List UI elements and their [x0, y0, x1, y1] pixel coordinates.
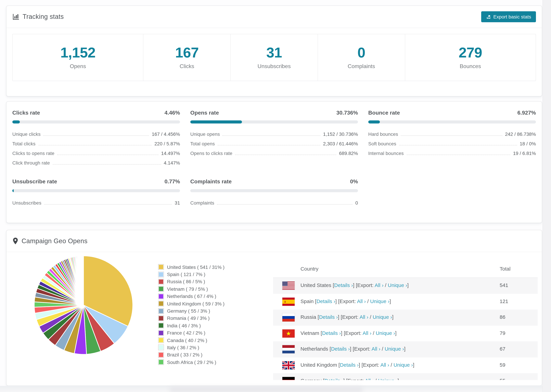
geo-legend: United States ( 541 / 31% ) Spain ( 121 …	[158, 263, 225, 366]
metric-value: 2,303 / 61.446%	[323, 141, 358, 147]
dotted-leader	[38, 142, 152, 145]
stat-strip: 1,152 Opens 167 Clicks 31 Unsubscribes 0…	[12, 34, 536, 81]
legend-color-swatch	[158, 264, 164, 270]
metric-label: Hard bounces	[368, 131, 398, 137]
metric-label: Total clicks	[12, 141, 35, 147]
legend-label: Vietnam ( 79 / 5% )	[167, 286, 208, 292]
details-link[interactable]: Details ›	[334, 282, 353, 288]
legend-item-spain: Spain ( 121 / 7% )	[158, 271, 225, 278]
legend-item-germany: Germany ( 55 / 3% )	[158, 307, 225, 315]
dotted-leader	[57, 152, 158, 155]
legend-label: Italy ( 36 / 2% )	[167, 345, 199, 350]
rate-metric-row: Opens to clicks rate 689.82%	[190, 148, 358, 158]
rate-value: 6.927%	[517, 110, 536, 116]
details-link[interactable]: Details ›	[325, 378, 343, 380]
export-unique-link[interactable]: Unique ›	[388, 282, 407, 288]
metric-value: 1,152 / 30.736%	[323, 131, 358, 137]
geo-table-body: United States [Details ›] [Export: All ›…	[273, 278, 538, 380]
metric-label: Internal bounces	[368, 151, 404, 156]
dotted-leader	[43, 132, 149, 136]
export-all-link[interactable]: All ›	[363, 330, 372, 336]
metric-label: Unique opens	[190, 131, 220, 137]
legend-item-romania: Romania ( 49 / 3% )	[158, 315, 225, 322]
rate-panel-opens-rate: Opens rate 30.736% Unique opens 1,152 / …	[190, 110, 358, 168]
stat-box-unsubscribes: 31 Unsubscribes	[231, 34, 318, 81]
rates-card: Clicks rate 4.46% Unique clicks 167 / 4.…	[6, 101, 542, 223]
country-column-header: Country	[300, 266, 318, 272]
export-all-link[interactable]: All ›	[360, 314, 368, 320]
legend-item-russia: Russia ( 86 / 5% )	[158, 278, 225, 286]
flag-vn-icon	[282, 329, 295, 337]
export-unique-link[interactable]: Unique ›	[370, 298, 389, 304]
page-title: Tracking stats	[23, 13, 64, 21]
stat-value: 0	[357, 45, 365, 60]
pie-slice-other-63[interactable]	[83, 256, 84, 305]
legend-item-brazil: Brazil ( 33 / 2% )	[158, 351, 225, 358]
geo-pie-chart[interactable]	[34, 255, 134, 355]
legend-color-swatch	[158, 352, 164, 358]
rate-metric-row: Complaints 0	[190, 198, 358, 208]
total-cell: 67	[500, 346, 505, 352]
legend-item-canada: Canada ( 40 / 2% )	[158, 336, 225, 344]
metric-label: Click through rate	[12, 160, 50, 166]
country-cell: Germany [Details ›] [Export: All › / Uni…	[300, 378, 399, 380]
scrollbar-track[interactable]	[543, 0, 551, 392]
country-cell: Spain [Details ›] [Export: All › / Uniqu…	[300, 298, 391, 304]
rate-title: Clicks rate	[12, 110, 40, 116]
details-link[interactable]: Details ›	[319, 314, 338, 320]
geo-title: Campaign Geo Opens	[21, 237, 87, 245]
export-unique-link[interactable]: Unique ›	[376, 330, 395, 336]
rates-grid: Clicks rate 4.46% Unique clicks 167 / 4.…	[7, 102, 542, 208]
rate-metric-row: Total opens 2,303 / 61.446%	[190, 139, 358, 148]
legend-color-swatch	[158, 323, 164, 329]
export-all-link[interactable]: All ›	[375, 282, 384, 288]
export-unique-link[interactable]: Unique ›	[378, 378, 397, 380]
export-basic-stats-button[interactable]: Export basic stats	[481, 11, 536, 22]
export-all-link[interactable]: All ›	[372, 346, 380, 352]
legend-item-united-states: United States ( 541 / 31% )	[158, 263, 225, 271]
export-unique-link[interactable]: Unique ›	[394, 362, 413, 368]
rate-metric-row: Internal bounces 19 / 6.81%	[368, 148, 536, 158]
legend-label: Romania ( 49 / 3% )	[167, 315, 210, 321]
flag-es-icon	[282, 297, 295, 306]
stat-label: Bounces	[460, 63, 481, 70]
rate-value: 0.77%	[164, 179, 180, 185]
legend-color-swatch	[158, 315, 164, 321]
total-cell: 59	[500, 362, 505, 368]
legend-label: France ( 42 / 2% )	[167, 330, 205, 336]
progress-bar	[12, 120, 180, 124]
export-all-link[interactable]: All ›	[365, 378, 374, 380]
metric-value: 689.82%	[339, 151, 358, 156]
legend-label: Germany ( 55 / 3% )	[167, 308, 210, 314]
flag-gb-icon	[282, 361, 295, 369]
export-unique-link[interactable]: Unique ›	[373, 314, 392, 320]
country-cell: Netherlands [Details ›] [Export: All › /…	[300, 346, 406, 352]
legend-label: United States ( 541 / 31% )	[167, 264, 225, 270]
metric-label: Opens to clicks rate	[190, 151, 232, 156]
legend-label: Russia ( 86 / 5% )	[167, 279, 205, 284]
total-column-header: Total	[500, 266, 510, 272]
legend-color-swatch	[158, 345, 164, 350]
legend-color-swatch	[158, 279, 164, 285]
legend-color-swatch	[158, 359, 164, 365]
tracking-stats-header: Tracking stats Export basic stats	[7, 6, 542, 28]
legend-color-swatch	[158, 330, 164, 336]
legend-item-india: India ( 46 / 3% )	[158, 322, 225, 329]
details-link[interactable]: Details ›	[340, 362, 359, 368]
details-link[interactable]: Details ›	[316, 298, 335, 304]
legend-color-swatch	[158, 294, 164, 299]
details-link[interactable]: Details ›	[322, 330, 341, 336]
legend-label: Spain ( 121 / 7% )	[167, 272, 205, 277]
total-cell: 79	[500, 330, 505, 336]
export-all-link[interactable]: All ›	[380, 362, 389, 368]
legend-label: United Kingdom ( 59 / 3% )	[167, 301, 225, 306]
details-link[interactable]: Details ›	[331, 346, 350, 352]
rate-metric-row: Unique opens 1,152 / 30.736%	[190, 129, 358, 139]
export-icon	[486, 14, 491, 19]
total-cell: 86	[500, 314, 505, 320]
dotted-leader	[406, 152, 510, 155]
export-unique-link[interactable]: Unique ›	[385, 346, 404, 352]
total-cell: 121	[500, 298, 508, 304]
legend-color-swatch	[158, 286, 164, 292]
export-all-link[interactable]: All ›	[357, 298, 366, 304]
